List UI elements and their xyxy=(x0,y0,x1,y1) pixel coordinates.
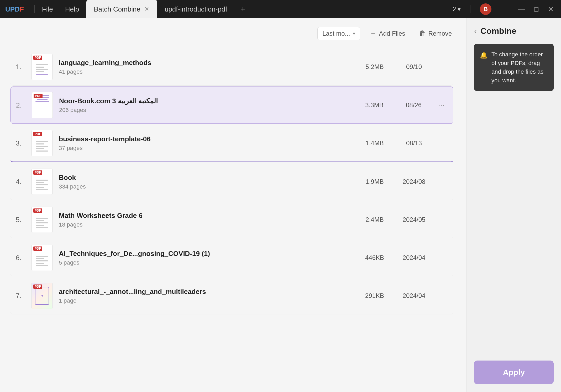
hint-bell-icon: 🔔 xyxy=(480,51,488,60)
file-more-2[interactable]: ··· xyxy=(435,101,448,110)
pdf-label-1: PDF xyxy=(33,56,42,60)
right-panel: ‹ Combine 🔔 To change the order of your … xyxy=(466,18,561,392)
thumb-line xyxy=(36,222,48,223)
add-tab-button[interactable]: + xyxy=(237,3,249,15)
hint-text: To change the order of your PDFs, drag a… xyxy=(491,50,548,85)
window-count-chevron-icon: ▾ xyxy=(458,6,461,13)
file-date-7: 2024/04 xyxy=(393,292,435,299)
add-files-icon: ＋ xyxy=(370,29,376,38)
sort-chevron-icon: ▾ xyxy=(353,31,355,36)
file-item-6[interactable]: 6. PDF AI_Techniques_for_De...gnosing_CO… xyxy=(11,239,453,276)
thumb-line xyxy=(36,64,48,65)
thumb-line xyxy=(36,182,45,183)
file-item-5[interactable]: 5. PDF Math Worksheets Grade 6 18 pages xyxy=(11,201,453,238)
thumb-line xyxy=(36,67,45,68)
pdf-label-2: PDF xyxy=(34,94,43,98)
tab-batch-combine[interactable]: Batch Combine ✕ xyxy=(86,0,157,18)
window-count-label: 2 xyxy=(453,6,456,13)
thumb-line xyxy=(36,71,45,72)
file-number-6: 6. xyxy=(16,254,32,262)
remove-icon: 🗑 xyxy=(419,29,426,37)
file-thumb-2: PDF xyxy=(32,92,53,118)
minimize-button[interactable]: — xyxy=(516,4,527,14)
file-number-5: 5. xyxy=(16,216,32,224)
thumb-line xyxy=(36,180,48,181)
file-name-2: Noor-Book.com المكتبة العربية 3 xyxy=(59,97,356,105)
file-item-3[interactable]: 3. PDF business-report-template-06 37 pa… xyxy=(11,125,453,162)
remove-button[interactable]: 🗑 Remove xyxy=(415,27,456,40)
file-date-3: 08/13 xyxy=(393,139,435,147)
file-size-7: 291KB xyxy=(356,292,393,299)
thumb-purple-line xyxy=(35,101,49,102)
app-logo[interactable]: UPDF xyxy=(5,5,24,13)
file-name-6: AI_Techniques_for_De...gnosing_COVID-19 … xyxy=(59,250,356,258)
file-number-3: 3. xyxy=(16,139,32,147)
thumb-line xyxy=(36,184,48,185)
file-info-3: business-report-template-06 37 pages xyxy=(59,135,356,152)
tab-updf-intro[interactable]: updf-introduction-pdf xyxy=(157,0,234,18)
file-toolbar: Last mo... ▾ ＋ Add Files 🗑 Remove xyxy=(11,26,456,41)
pdf-label-3: PDF xyxy=(33,132,42,136)
file-info-4: Book 334 pages xyxy=(59,174,356,190)
titlebar-menu: File Help xyxy=(40,4,81,14)
file-info-5: Math Worksheets Grade 6 18 pages xyxy=(59,212,356,228)
add-files-button[interactable]: ＋ Add Files xyxy=(365,26,410,41)
file-date-4: 2024/08 xyxy=(393,178,435,185)
file-item-1[interactable]: 1. PDF language_learning_methods 41 page… xyxy=(11,49,453,85)
file-thumb-5: PDF xyxy=(32,207,53,233)
titlebar-divider xyxy=(34,5,35,13)
panel-header: ‹ Combine xyxy=(474,26,554,36)
maximize-button[interactable]: □ xyxy=(532,4,541,14)
sort-button[interactable]: Last mo... ▾ xyxy=(317,27,360,40)
thumb-line xyxy=(36,143,45,144)
pdf-label-6: PDF xyxy=(33,246,42,251)
thumb-line xyxy=(36,141,48,142)
tab-batch-combine-close[interactable]: ✕ xyxy=(144,6,150,12)
file-number-4: 4. xyxy=(16,178,32,186)
close-button[interactable]: ✕ xyxy=(546,4,556,14)
file-info-1: language_learning_methods 41 pages xyxy=(59,59,356,75)
sort-label: Last mo... xyxy=(322,30,350,37)
thumb-line xyxy=(36,256,48,257)
file-item-2[interactable]: 2. PDF Noor-Book.com المكتبة العربية 3 2… xyxy=(11,87,453,124)
file-list: 1. PDF language_learning_methods 41 page… xyxy=(11,49,456,384)
file-pages-5: 18 pages xyxy=(59,221,356,228)
back-button[interactable]: ‹ xyxy=(474,27,477,36)
main-content: Last mo... ▾ ＋ Add Files 🗑 Remove 1. PDF xyxy=(0,18,561,392)
window-controls: — □ ✕ xyxy=(516,4,556,14)
thumb-purple-line xyxy=(37,99,48,100)
file-info-2: Noor-Book.com المكتبة العربية 3 206 page… xyxy=(59,97,356,114)
tab-batch-combine-label: Batch Combine xyxy=(94,5,140,13)
file-date-2: 08/26 xyxy=(393,101,435,109)
thumb-line xyxy=(36,220,45,221)
pdf-label-5: PDF xyxy=(33,208,42,213)
titlebar-right: 2 ▾ B — □ ✕ xyxy=(453,3,556,15)
file-name-4: Book xyxy=(59,174,356,182)
thumb-line xyxy=(36,265,48,266)
pdf-label-4: PDF xyxy=(33,170,42,175)
menu-help[interactable]: Help xyxy=(63,4,81,14)
thumb-line xyxy=(36,187,45,188)
thumb-line xyxy=(36,260,48,261)
user-avatar[interactable]: B xyxy=(480,3,491,15)
titlebar-tabs: Batch Combine ✕ updf-introduction-pdf + xyxy=(86,0,453,18)
file-item-4[interactable]: 4. PDF Book 334 pages 1.9MB 202 xyxy=(11,163,453,200)
file-pages-4: 334 pages xyxy=(59,183,356,190)
file-item-7[interactable]: 7. PDF ✦ architectural_-_annot...ling_an… xyxy=(11,277,453,314)
file-size-4: 1.9MB xyxy=(356,178,393,185)
apply-button[interactable]: Apply xyxy=(474,361,554,384)
titlebar-right-divider xyxy=(470,5,470,13)
file-thumb-4: PDF xyxy=(32,169,53,195)
titlebar-avatar-divider xyxy=(501,5,501,13)
tab-updf-intro-label: updf-introduction-pdf xyxy=(165,5,227,13)
file-name-5: Math Worksheets Grade 6 xyxy=(59,212,356,220)
thumb-line xyxy=(36,69,48,70)
file-size-1: 5.2MB xyxy=(356,63,393,71)
file-number-7: 7. xyxy=(16,292,32,300)
file-info-6: AI_Techniques_for_De...gnosing_COVID-19 … xyxy=(59,250,356,266)
thumb-line xyxy=(36,258,45,259)
window-count[interactable]: 2 ▾ xyxy=(453,6,461,13)
file-name-1: language_learning_methods xyxy=(59,59,356,67)
thumb-colorful-inner: ✦ xyxy=(35,287,49,305)
menu-file[interactable]: File xyxy=(40,4,55,14)
